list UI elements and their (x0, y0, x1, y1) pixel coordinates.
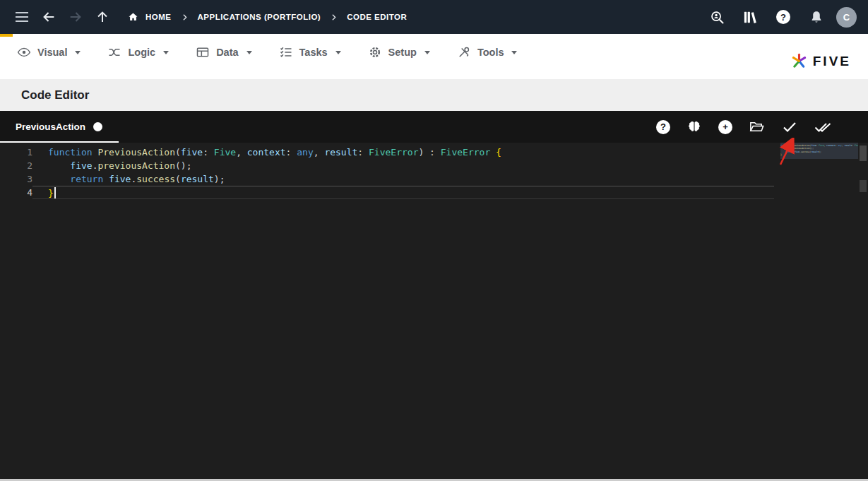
editor-help-button[interactable]: ? (656, 120, 670, 134)
menu-tools[interactable]: Tools (457, 45, 518, 59)
menu-setup[interactable]: Setup (368, 45, 430, 59)
line-number: 4 (0, 186, 32, 199)
editor-header: PreviousAction ? + (0, 111, 868, 143)
line-number: 2 (0, 159, 32, 172)
code-editor: PreviousAction ? + (0, 111, 868, 481)
table-icon (196, 45, 210, 59)
bell-icon (809, 9, 824, 25)
chevron-right-icon (180, 13, 189, 22)
code-line: 1 function PreviousAction(five: Five, co… (0, 146, 774, 159)
breadcrumb-label: HOME (145, 13, 172, 21)
notifications-button[interactable] (803, 4, 830, 30)
topbar: HOME APPLICATIONS (PORTFOLIO) CODE EDITO… (0, 0, 868, 34)
menu-label: Data (216, 47, 238, 58)
topbar-left (0, 4, 116, 30)
help-icon: ? (656, 120, 670, 134)
menu-data[interactable]: Data (196, 45, 251, 59)
help-button[interactable]: ? (770, 4, 797, 30)
library-icon (742, 9, 759, 25)
chevron-down-icon (246, 51, 252, 54)
help-icon: ? (776, 10, 790, 24)
breadcrumb: HOME APPLICATIONS (PORTFOLIO) CODE EDITO… (127, 11, 407, 23)
five-logo-icon (790, 52, 808, 70)
chevron-down-icon (424, 51, 430, 54)
accept-button[interactable] (781, 119, 798, 136)
check-icon (781, 119, 798, 136)
menu-label: Tasks (299, 47, 328, 58)
user-search-icon (709, 9, 725, 25)
chevron-down-icon (163, 51, 169, 54)
menu-label: Visual (37, 47, 67, 58)
chevron-down-icon (511, 51, 517, 54)
chevron-right-icon (329, 13, 338, 22)
unsaved-dot-icon (93, 122, 102, 131)
breadcrumb-home[interactable]: HOME (127, 11, 172, 23)
code-line-content[interactable]: return five.success(result); (32, 172, 774, 186)
forward-button[interactable] (62, 4, 89, 30)
brain-icon (686, 119, 702, 135)
line-number: 1 (0, 146, 32, 159)
breadcrumb-applications[interactable]: APPLICATIONS (PORTFOLIO) (198, 13, 321, 21)
gear-icon (368, 45, 382, 59)
avatar[interactable]: C (836, 7, 857, 28)
logic-icon (107, 45, 121, 59)
five-logo: FIVE (790, 52, 851, 70)
accent-strip (0, 34, 13, 37)
tab-label: PreviousAction (16, 121, 85, 132)
code-line-content[interactable]: five.previousAction(); (32, 159, 774, 172)
open-folder-icon (749, 119, 765, 135)
ai-assist-button[interactable] (686, 119, 702, 135)
double-check-icon (814, 119, 833, 136)
back-button[interactable] (35, 4, 62, 30)
menu-hamburger-button[interactable] (8, 4, 35, 30)
scrollbar[interactable] (858, 143, 868, 481)
add-button[interactable]: + (718, 120, 732, 134)
add-icon: + (718, 120, 732, 134)
open-file-button[interactable] (749, 119, 765, 135)
five-logo-text: FIVE (813, 54, 851, 69)
code-line: 3 return five.success(result); (0, 172, 774, 186)
menubar: Visual Logic Data Tasks (0, 34, 868, 79)
scrollbar-thumb[interactable] (860, 146, 867, 161)
page-title-bar: Code Editor (0, 79, 868, 111)
tasks-icon (279, 45, 293, 59)
page-title: Code Editor (21, 88, 89, 102)
scrollbar-cursor-marker (860, 180, 867, 192)
arrow-up-icon (95, 9, 110, 25)
code-line-current: 4 } (0, 186, 774, 199)
arrow-left-icon (41, 9, 57, 25)
menu-logic[interactable]: Logic (107, 45, 169, 59)
code-line-content[interactable]: } (32, 186, 774, 199)
menu-label: Tools (477, 47, 504, 58)
editor-toolbar: ? + (656, 119, 868, 136)
breadcrumb-label: APPLICATIONS (PORTFOLIO) (198, 13, 321, 21)
line-number: 3 (0, 172, 32, 186)
menu-items: Visual Logic Data Tasks (17, 38, 517, 66)
code-line-content[interactable]: function PreviousAction(five: Five, cont… (32, 146, 774, 159)
accept-all-button[interactable] (814, 119, 833, 136)
menu-label: Logic (128, 47, 155, 58)
user-search-button[interactable] (703, 4, 730, 30)
code-line: 2 five.previousAction(); (0, 159, 774, 172)
home-icon (127, 11, 139, 23)
editor-body[interactable]: 1 function PreviousAction(five: Five, co… (0, 143, 868, 481)
chevron-down-icon (75, 51, 81, 54)
red-annotation-arrow-icon (774, 138, 798, 167)
menu-label: Setup (388, 47, 417, 58)
menu-visual[interactable]: Visual (17, 45, 81, 59)
tools-icon (457, 45, 471, 59)
up-button[interactable] (89, 4, 116, 30)
eye-icon (17, 45, 31, 59)
arrow-right-icon (68, 9, 83, 25)
topbar-right: ? C (703, 4, 868, 30)
hamburger-icon (16, 12, 28, 22)
menu-tasks[interactable]: Tasks (279, 45, 341, 59)
breadcrumb-code-editor[interactable]: CODE EDITOR (347, 13, 407, 21)
tab-previous-action[interactable]: PreviousAction (0, 111, 118, 143)
library-button[interactable] (737, 4, 763, 30)
chevron-down-icon (335, 51, 341, 54)
breadcrumb-label: CODE EDITOR (347, 13, 407, 21)
